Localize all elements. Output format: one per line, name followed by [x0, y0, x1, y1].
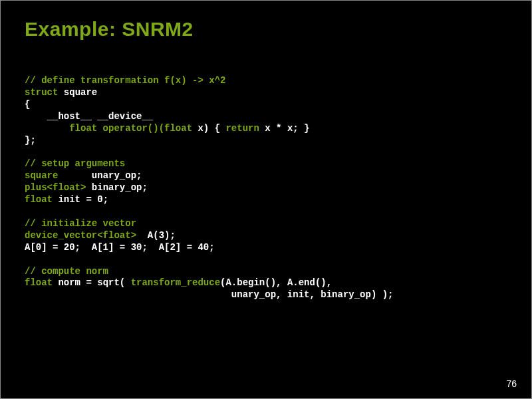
- code-text: {: [25, 99, 30, 110]
- code-keyword: return: [225, 123, 259, 134]
- code-keyword: float: [25, 194, 53, 205]
- code-text: A(3);: [136, 230, 176, 241]
- slide: Example: SNRM2 // define transformation …: [1, 1, 532, 399]
- code-text: };: [25, 135, 36, 146]
- code-text: x) {: [192, 123, 225, 134]
- code-comment: // compute norm: [25, 266, 108, 277]
- code-text: norm = sqrt(: [53, 277, 131, 288]
- code-comment: // initialize vector: [25, 218, 136, 229]
- code-block: // define transformation f(x) -> x^2 str…: [25, 75, 509, 301]
- slide-title: Example: SNRM2: [25, 18, 509, 41]
- code-text: unary_op;: [58, 170, 142, 181]
- code-text: A[0] = 20; A[1] = 30; A[2] = 40;: [25, 242, 215, 253]
- code-text: x * x; }: [259, 123, 310, 134]
- code-text: unary_op, init, binary_op) );: [25, 289, 394, 300]
- code-type: device_vector<float>: [25, 230, 136, 241]
- code-text: __host__ __device__: [25, 111, 153, 122]
- code-call: transform_reduce: [131, 277, 220, 288]
- code-text: binary_op;: [86, 182, 147, 193]
- code-comment: // setup arguments: [25, 158, 125, 169]
- code-type: square: [25, 170, 58, 181]
- code-keyword: float: [25, 277, 53, 288]
- code-comment: // define transformation f(x) -> x^2: [25, 75, 225, 86]
- code-keyword: struct: [25, 87, 58, 98]
- code-type: plus<float>: [25, 182, 86, 193]
- code-text: (A.begin(), A.end(),: [220, 277, 332, 288]
- code-keyword: float operator()(float: [25, 123, 192, 134]
- code-text: square: [58, 87, 97, 98]
- page-number: 76: [506, 378, 517, 389]
- code-text: init = 0;: [53, 194, 108, 205]
